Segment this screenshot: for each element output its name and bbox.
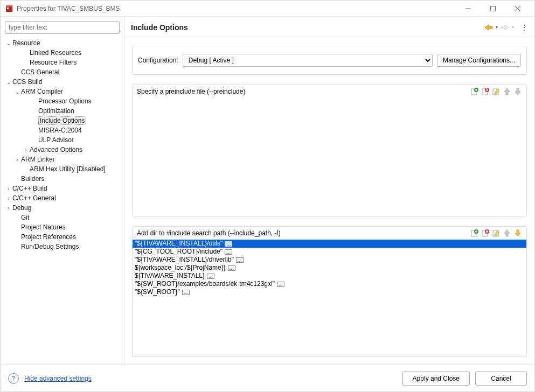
tree-item-git[interactable]: Git (1, 213, 124, 222)
manage-configurations-button[interactable]: Manage Configurations... (437, 54, 521, 67)
forward-button[interactable] (500, 23, 510, 32)
tree-item-run-debug[interactable]: Run/Debug Settings (1, 242, 124, 251)
list-item[interactable]: ${workspace_loc:/${ProjName}}… (133, 264, 526, 272)
page-title: Include Options (131, 23, 484, 32)
tree-item-arm-linker[interactable]: ›ARM Linker (1, 155, 124, 164)
tree-item-builders[interactable]: Builders (1, 174, 124, 184)
preinclude-list[interactable] (133, 98, 526, 216)
nav-tree: ⌄Resource Linked Resources Resource Filt… (1, 38, 124, 255)
delete-icon[interactable] (481, 87, 490, 96)
list-item[interactable]: "${SW_ROOT}/examples/boards/ek-tm4c123gx… (133, 280, 526, 288)
chevron-right-icon[interactable]: › (22, 147, 30, 153)
move-down-icon[interactable] (513, 229, 522, 237)
tree-item-arm-hex[interactable]: ARM Hex Utility [Disabled] (1, 164, 124, 174)
chevron-down-icon[interactable]: ▾ (512, 25, 514, 30)
tree-item-debug[interactable]: ›Debug (1, 203, 124, 213)
browse-icon[interactable]: … (225, 241, 232, 247)
window-title: Properties for TIVAC_SMBUS_BMS (17, 5, 456, 12)
window-controls (456, 1, 530, 17)
tree-item-project-references[interactable]: Project References (1, 232, 124, 242)
includepath-label: Add dir to #include search path (--inclu… (137, 229, 470, 237)
help-icon[interactable]: ? (8, 373, 19, 384)
apply-and-close-button[interactable]: Apply and Close (402, 372, 470, 386)
list-item[interactable]: "${TIVAWARE_INSTALL}/driverlib"… (133, 256, 526, 264)
tree-item-processor-options[interactable]: Processor Options (1, 96, 124, 106)
list-item-text: ${workspace_loc:/${ProjName}} (135, 264, 226, 272)
browse-icon[interactable]: … (236, 257, 244, 263)
chevron-right-icon[interactable]: › (13, 157, 21, 163)
content-body: Configuration: Debug [ Active ] Manage C… (124, 38, 534, 365)
includepath-toolbar (470, 229, 522, 237)
list-item[interactable]: "${CG_TOOL_ROOT}/include"… (133, 248, 526, 256)
tree-item-ccs-build[interactable]: ⌄CCS Build (1, 77, 124, 87)
tree-item-advanced-options[interactable]: ›Advanced Options (1, 145, 124, 155)
svg-rect-0 (6, 6, 12, 12)
svg-rect-4 (491, 6, 496, 11)
list-item-text: "${SW_ROOT}/examples/boards/ek-tm4c123gx… (135, 280, 275, 288)
tree-item-resource-filters[interactable]: Resource Filters (1, 58, 124, 67)
preinclude-label: Specify a preinclude file (--preinclude) (137, 88, 470, 95)
move-up-icon[interactable] (503, 229, 511, 237)
sidebar: ⌄Resource Linked Resources Resource Filt… (1, 17, 124, 365)
dialog-footer: ? Hide advanced settings Apply and Close… (1, 365, 534, 391)
back-button[interactable] (484, 23, 494, 32)
move-up-icon[interactable] (503, 87, 511, 96)
delete-icon[interactable] (481, 229, 490, 237)
includepath-group: Add dir to #include search path (--inclu… (132, 226, 527, 357)
chevron-right-icon[interactable]: › (5, 205, 12, 211)
browse-icon[interactable]: … (225, 249, 232, 255)
properties-dialog: Properties for TIVAC_SMBUS_BMS ⌄Resource… (0, 0, 535, 392)
chevron-down-icon[interactable]: ⌄ (5, 79, 12, 85)
chevron-right-icon[interactable]: › (5, 195, 12, 201)
tree-item-arm-compiler[interactable]: ⌄ARM Compiler (1, 87, 124, 96)
includepath-header: Add dir to #include search path (--inclu… (133, 227, 526, 240)
chevron-down-icon[interactable]: ▾ (496, 25, 498, 30)
hide-advanced-link[interactable]: Hide advanced settings (24, 375, 92, 382)
svg-rect-1 (6, 5, 12, 7)
add-icon[interactable] (470, 87, 479, 96)
app-icon (5, 4, 13, 13)
chevron-down-icon[interactable]: ⌄ (5, 40, 12, 46)
tree-item-include-options[interactable]: Include Options (1, 116, 124, 125)
view-menu-icon[interactable]: ⋮ (520, 23, 528, 32)
tree-item-resource[interactable]: ⌄Resource (1, 38, 124, 48)
browse-icon[interactable]: … (228, 265, 235, 271)
chevron-down-icon[interactable]: ⌄ (13, 89, 21, 95)
list-item[interactable]: ${TIVAWARE_INSTALL}… (133, 272, 526, 280)
tree-item-ccs-general[interactable]: CCS General (1, 67, 124, 77)
browse-icon[interactable]: … (277, 282, 284, 287)
preinclude-toolbar (470, 87, 522, 96)
browse-icon[interactable]: … (182, 290, 190, 295)
tree-item-optimization[interactable]: Optimization (1, 106, 124, 116)
list-item[interactable]: "${SW_ROOT}"… (133, 288, 526, 296)
configuration-label: Configuration: (138, 57, 178, 64)
filter-box (5, 21, 120, 34)
filter-input[interactable] (5, 21, 120, 34)
tree-item-misra[interactable]: MISRA-C:2004 (1, 125, 124, 135)
list-item-text: ${TIVAWARE_INSTALL} (135, 272, 205, 280)
list-item-text: "${TIVAWARE_INSTALL}/driverlib" (135, 256, 234, 264)
close-button[interactable] (505, 1, 530, 17)
tree-item-linked-resources[interactable]: Linked Resources (1, 48, 124, 58)
add-icon[interactable] (470, 229, 479, 237)
tree-item-ccpp-general[interactable]: ›C/C++ General (1, 193, 124, 203)
tree-item-project-natures[interactable]: Project Natures (1, 222, 124, 232)
tree-item-ccpp-build[interactable]: ›C/C++ Build (1, 184, 124, 193)
cancel-button[interactable]: Cancel (475, 372, 527, 386)
minimize-button[interactable] (456, 1, 481, 17)
edit-icon[interactable] (492, 87, 501, 96)
configuration-select[interactable]: Debug [ Active ] (183, 54, 433, 67)
edit-icon[interactable] (492, 229, 501, 237)
preinclude-group: Specify a preinclude file (--preinclude) (132, 85, 527, 216)
list-item[interactable]: "${TIVAWARE_INSTALL}/utils"… (133, 240, 526, 248)
tree-item-ulp-advisor[interactable]: ULP Advisor (1, 135, 124, 145)
main-area: ⌄Resource Linked Resources Resource Filt… (1, 17, 534, 365)
svg-rect-2 (7, 8, 9, 9)
includepath-list[interactable]: "${TIVAWARE_INSTALL}/utils"…"${CG_TOOL_R… (133, 240, 526, 356)
move-down-icon[interactable] (513, 87, 522, 96)
chevron-right-icon[interactable]: › (5, 186, 12, 192)
titlebar: Properties for TIVAC_SMBUS_BMS (1, 1, 534, 17)
preinclude-header: Specify a preinclude file (--preinclude) (133, 85, 526, 98)
browse-icon[interactable]: … (207, 274, 214, 279)
maximize-button[interactable] (481, 1, 505, 17)
